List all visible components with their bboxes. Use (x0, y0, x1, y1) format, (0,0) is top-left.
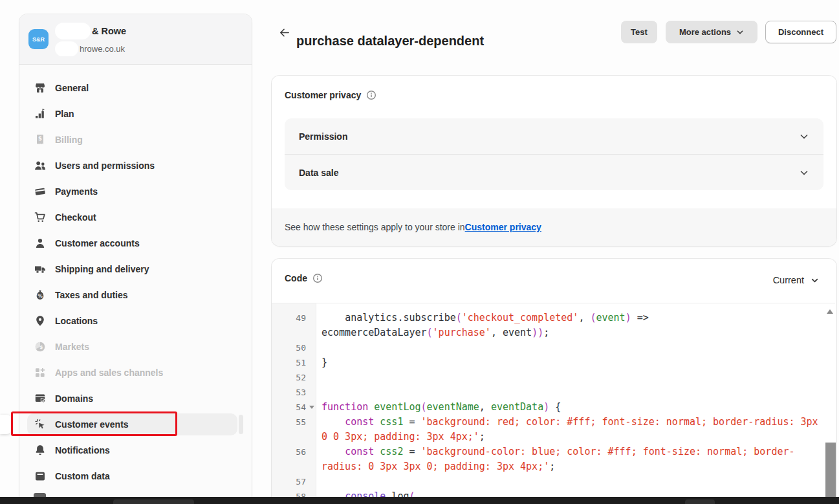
disconnect-button[interactable]: Disconnect (765, 21, 836, 43)
chevron-down-icon (799, 168, 809, 178)
arrow-left-icon (278, 27, 290, 39)
line-number: 54 (272, 400, 316, 415)
apps-icon (34, 366, 47, 379)
info-icon[interactable] (312, 273, 323, 283)
more-actions-button[interactable]: More actions (666, 21, 757, 43)
sidebar-item-label: Locations (55, 316, 98, 326)
info-icon[interactable] (366, 90, 376, 100)
sidebar-scrollbar-thumb[interactable] (239, 415, 243, 434)
line-number: 56 (272, 444, 316, 459)
sidebar-item-label: Markets (55, 342, 89, 352)
sidebar-item-users-and-permissions[interactable]: Users and permissions (27, 155, 244, 177)
users-icon (34, 159, 47, 172)
line-number: 57 (272, 474, 316, 489)
taxes-icon: % (34, 289, 47, 301)
sidebar-item-label: Domains (55, 393, 93, 404)
code-line[interactable]: 55 const css1 = 'background: red; color:… (272, 415, 835, 444)
billing-icon: $ (34, 133, 47, 146)
customer-privacy-link[interactable]: Customer privacy (465, 222, 541, 232)
line-number: 52 (272, 370, 316, 385)
test-button-label: Test (631, 27, 648, 37)
code-scrollbar-thumb[interactable] (825, 443, 836, 504)
code-card: Code Current 49 analytics.subscribe('che… (272, 259, 836, 504)
redaction-block (55, 23, 91, 39)
chevron-down-icon (811, 276, 819, 285)
sidebar-item-label: Notifications (55, 445, 110, 455)
bottom-black-bar (0, 497, 839, 504)
line-number: 53 (272, 385, 316, 400)
sidebar-item-shipping-and-delivery[interactable]: Shipping and delivery (27, 258, 244, 280)
code-text (316, 385, 824, 400)
line-number: 51 (272, 355, 316, 370)
version-label: Current (773, 275, 804, 285)
domains-icon (34, 392, 47, 405)
accordion-permission[interactable]: Permission (285, 118, 823, 154)
sidebar-item-notifications[interactable]: Notifications (27, 439, 244, 461)
sidebar-item-domains[interactable]: Domains (27, 388, 244, 410)
sidebar-item-general[interactable]: General (27, 77, 244, 99)
accordion-data-sale[interactable]: Data sale (285, 154, 823, 190)
code-text: } (316, 355, 824, 370)
sidebar-item-taxes-and-duties[interactable]: %Taxes and duties (27, 284, 244, 306)
code-text (316, 370, 824, 385)
sidebar-item-locations[interactable]: Locations (27, 310, 244, 332)
code-text: const css1 = 'background: red; color: #f… (316, 415, 824, 444)
code-text: const css2 = 'background-color: blue; co… (316, 444, 824, 474)
sidebar-item-customer-accounts[interactable]: Customer accounts (27, 232, 244, 254)
store-name: & Rowe (92, 26, 126, 36)
svg-text:$: $ (40, 345, 43, 350)
code-text (316, 340, 824, 355)
annotation-red-box (11, 411, 177, 436)
code-line[interactable]: 49 analytics.subscribe('checkout_complet… (272, 311, 835, 340)
code-line[interactable]: 57 (272, 474, 835, 489)
page-title: purchase datalayer-dependent (296, 31, 484, 50)
sidebar-item-apps-and-sales-channels: Apps and sales channels (27, 362, 244, 384)
sidebar-item-label: General (55, 83, 89, 93)
sidebar-item-plan[interactable]: Plan (27, 103, 244, 125)
sidebar-item-billing: $Billing (27, 129, 244, 151)
line-number: 55 (272, 415, 316, 430)
sidebar-item-label: Plan (55, 109, 74, 119)
test-button[interactable]: Test (621, 21, 657, 43)
sidebar-item-checkout[interactable]: Checkout (27, 206, 244, 228)
code-text (316, 474, 824, 489)
sidebar-item-label: Users and permissions (55, 160, 155, 171)
code-line[interactable]: 54function eventLog(eventName, eventData… (272, 400, 835, 415)
sidebar-item-label: Payments (55, 186, 98, 197)
shopify-settings-page: S&R & Rowe hrowe.co.uk GeneralPlan$Billi… (0, 0, 839, 504)
code-line[interactable]: 56 const css2 = 'background-color: blue;… (272, 444, 835, 474)
sidebar-item-label: Shipping and delivery (55, 264, 149, 274)
store-meta: & Rowe hrowe.co.uk (55, 23, 126, 56)
sidebar-item-label: Taxes and duties (55, 290, 128, 300)
person-icon (34, 237, 47, 250)
code-line[interactable]: 52 (272, 370, 835, 385)
sidebar-item-payments[interactable]: Payments (27, 181, 244, 203)
footer-text: See how these settings apply to your sto… (285, 222, 465, 232)
line-number: 49 (272, 311, 316, 325)
accordion-label: Permission (299, 131, 347, 142)
privacy-card-title: Customer privacy (285, 90, 361, 100)
bell-icon (34, 444, 47, 457)
cart-icon (34, 211, 47, 224)
bottom-bar-element (685, 499, 715, 504)
code-lines: 49 analytics.subscribe('checkout_complet… (272, 303, 835, 504)
payments-icon (34, 185, 47, 198)
version-picker[interactable]: Current (773, 275, 819, 285)
code-editor[interactable]: 49 analytics.subscribe('checkout_complet… (272, 303, 835, 504)
store-header: S&R & Rowe hrowe.co.uk (19, 14, 252, 65)
fold-caret-icon[interactable] (309, 406, 314, 409)
svg-text:$: $ (38, 135, 42, 142)
globe-icon: $ (34, 340, 47, 353)
sidebar-item-label: Customer accounts (55, 238, 140, 248)
code-line[interactable]: 53 (272, 385, 835, 400)
plan-icon (34, 107, 47, 120)
back-button[interactable] (276, 24, 292, 41)
redaction-block (55, 41, 78, 56)
scroll-up-arrow-icon[interactable] (827, 309, 833, 314)
code-line[interactable]: 51} (272, 355, 835, 370)
code-line[interactable]: 50 (272, 340, 835, 355)
annotation-white-tab (0, 415, 12, 434)
store-domain: hrowe.co.uk (80, 44, 125, 54)
sidebar-item-custom-data[interactable]: Custom data (27, 465, 244, 487)
line-number: 50 (272, 340, 316, 355)
